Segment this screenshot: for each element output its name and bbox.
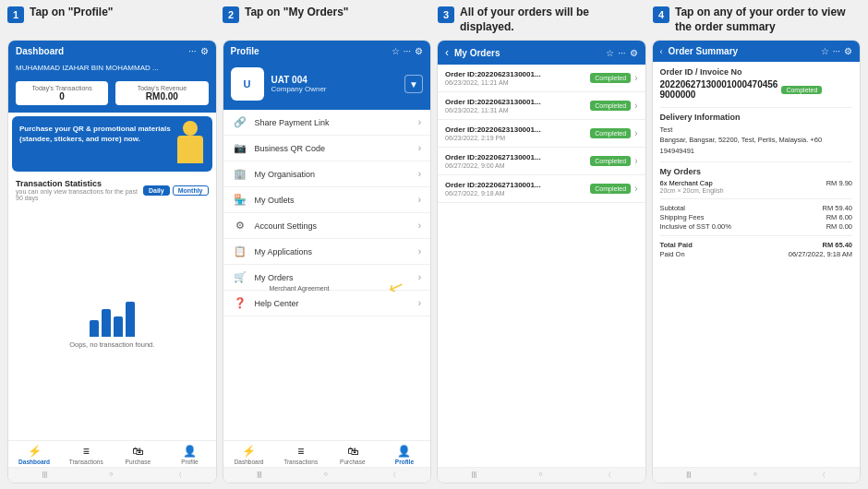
orders-title: My Orders xyxy=(454,48,600,58)
order-chevron-4: › xyxy=(634,156,637,166)
chevron-right-icon-7: › xyxy=(418,272,421,282)
order-id-1: Order ID:20220623130001... xyxy=(445,70,586,78)
divider-2 xyxy=(660,161,853,162)
transactions-stat: Today's Transactions 0 xyxy=(16,81,108,105)
settings-icon-summary[interactable]: ⚙ xyxy=(844,46,852,56)
purchase-nav-label: Purchase xyxy=(126,459,151,465)
orders-list: Order ID:20220623130001... 06/23/2022, 1… xyxy=(438,65,645,467)
bar-2 xyxy=(102,309,111,337)
order-date-1: 06/23/2022, 11:21 AM xyxy=(445,79,586,86)
back-arrow-summary[interactable]: ‹ xyxy=(660,47,663,56)
order-row-1[interactable]: Order ID:20220623130001... 06/23/2022, 1… xyxy=(438,65,645,92)
transactions-nav-label-p: Transactions xyxy=(283,459,318,465)
organisation-label: My Organisation xyxy=(255,170,411,179)
order-row-2[interactable]: Order ID:20220623130001... 06/23/2022, 1… xyxy=(438,92,645,120)
status-bar-1: ||| ○ 〈 xyxy=(8,467,216,483)
nav-profile[interactable]: 👤 Profile xyxy=(163,445,215,465)
dropdown-arrow[interactable]: ▼ xyxy=(404,75,423,93)
status-bar-3: ||| ○ 〈 xyxy=(438,467,645,483)
menu-outlets[interactable]: 🏪 My Outlets › xyxy=(223,187,431,213)
transactions-value: 0 xyxy=(23,91,101,101)
transactions-nav-icon-p: ≡ xyxy=(297,445,304,458)
nav-transactions-p[interactable]: ≡ Transactions xyxy=(275,445,327,465)
promo-banner: Purchase your QR & promotional materials… xyxy=(12,116,212,172)
nav-dashboard-p[interactable]: ⚡ Dashboard xyxy=(223,445,275,465)
menu-help-center[interactable]: ❓ Help Center › Merchant Agreement xyxy=(223,291,431,316)
star-icon[interactable]: ☆ xyxy=(392,46,400,56)
order-date-2: 06/23/2022, 11:31 AM xyxy=(445,107,586,113)
monthly-button[interactable]: Monthly xyxy=(173,185,209,196)
profile-title: Profile xyxy=(231,46,259,56)
order-chevron-1: › xyxy=(634,73,637,83)
star-icon-orders[interactable]: ☆ xyxy=(606,48,614,58)
menu-account-settings[interactable]: ⚙ Account Settings › xyxy=(223,213,431,239)
nav-transactions[interactable]: ≡ Transactions xyxy=(60,445,112,465)
order-line-item: 6x Merchant Cap 20cm × 20cm, English RM … xyxy=(660,179,853,194)
dashboard-username: MUHAMMAD IZAHAR BIN MOHAMMAD ... xyxy=(8,62,216,78)
nav-profile-p[interactable]: 👤 Profile xyxy=(379,445,430,465)
step-3-number: 3 xyxy=(438,6,454,23)
menu-organisation[interactable]: 🏢 My Organisation › xyxy=(223,161,431,187)
order-row-5[interactable]: Order ID:20220627130001... 06/27/2022, 9… xyxy=(438,175,645,203)
promo-figure xyxy=(172,121,209,172)
step-3-header: 3 All of your orders will be displayed. xyxy=(438,6,645,34)
status-bar-right-2: 〈 xyxy=(390,471,396,480)
status-bar-center-4: ○ xyxy=(753,471,757,480)
business-qr-label: Business QR Code xyxy=(255,144,411,153)
order-row-3[interactable]: Order ID:20220623130001... 06/23/2022, 2… xyxy=(438,120,645,148)
more-icon-orders[interactable]: ··· xyxy=(618,48,625,58)
order-row-4[interactable]: Order ID:20220627130001... 06/27/2022, 9… xyxy=(438,148,645,175)
star-icon-summary[interactable]: ☆ xyxy=(821,46,829,56)
menu-business-qr[interactable]: 📷 Business QR Code › xyxy=(223,136,431,161)
settings-icon[interactable]: ⚙ xyxy=(415,46,423,56)
chart-area: Oops, no transaction found. xyxy=(8,203,216,440)
outlets-label: My Outlets xyxy=(255,196,411,205)
menu-share-payment[interactable]: 🔗 Share Payment Link › xyxy=(223,110,431,136)
screen-profile: Profile ☆ ··· ⚙ U UAT 004 Company Owner … xyxy=(223,40,432,483)
back-arrow-icon[interactable]: ‹ xyxy=(445,46,449,59)
purchase-nav-icon-p: 🛍 xyxy=(347,445,358,458)
daily-button[interactable]: Daily xyxy=(143,185,170,196)
status-bar-left: ||| xyxy=(42,471,47,480)
more-icon[interactable]: ··· xyxy=(188,46,196,56)
screen-dashboard: Dashboard ··· ⚙ MUHAMMAD IZAHAR BIN MOHA… xyxy=(7,40,217,483)
more-icon-summary[interactable]: ··· xyxy=(833,46,840,56)
no-transaction-text: Oops, no transaction found. xyxy=(69,340,154,349)
order-item-name: Merchant Cap xyxy=(669,179,713,187)
stats-title: Transaction Statistics xyxy=(16,179,143,188)
order-status-4: Completed xyxy=(590,156,631,166)
menu-applications[interactable]: 📋 My Applications › xyxy=(223,239,431,265)
dashboard-header-icons: ··· ⚙ xyxy=(188,46,208,56)
settings-icon-orders[interactable]: ⚙ xyxy=(630,48,638,58)
purchase-nav-icon: 🛍 xyxy=(132,445,143,458)
chevron-right-icon-6: › xyxy=(418,246,421,256)
shipping-row: Shipping Fees RM 6.00 xyxy=(660,213,853,221)
order-item-size: 20cm × 20cm, English xyxy=(660,187,724,194)
order-id-5: Order ID:20220627130001... xyxy=(445,181,586,189)
profile-header-icons: ☆ ··· ⚙ xyxy=(392,46,423,56)
dashboard-bottom-nav: ⚡ Dashboard ≡ Transactions 🛍 Purchase 👤 … xyxy=(8,440,216,467)
delivery-name: Test xyxy=(660,125,853,135)
order-id-2: Order ID:20220623130001... xyxy=(445,98,586,106)
bar-1 xyxy=(90,320,99,337)
nav-dashboard[interactable]: ⚡ Dashboard xyxy=(8,445,60,465)
status-bar-center-2: ○ xyxy=(324,471,328,480)
dashboard-stats: Today's Transactions 0 Today's Revenue R… xyxy=(8,78,216,113)
chevron-right-icon-3: › xyxy=(418,169,421,179)
share-icon: 🔗 xyxy=(233,116,247,128)
delivery-address: Bangsar, Bangsar, 52200, Test, Perlis, M… xyxy=(660,135,853,156)
paid-on-row: Paid On 06/27/2022, 9:18 AM xyxy=(660,250,853,258)
revenue-stat: Today's Revenue RM0.00 xyxy=(115,81,208,105)
user-avatar: U xyxy=(231,67,264,101)
settings-icon[interactable]: ⚙ xyxy=(200,46,209,56)
order-status-3: Completed xyxy=(590,128,631,138)
status-bar-right: 〈 xyxy=(175,471,182,480)
profile-menu-list: 🔗 Share Payment Link › 📷 Business QR Cod… xyxy=(223,110,431,440)
order-id-number: 202206271300010004704569000000 xyxy=(660,79,778,100)
order-chevron-3: › xyxy=(634,128,637,138)
more-icon[interactable]: ··· xyxy=(404,46,411,56)
nav-purchase[interactable]: 🛍 Purchase xyxy=(112,445,163,465)
nav-purchase-p[interactable]: 🛍 Purchase xyxy=(327,445,379,465)
person-head xyxy=(183,121,198,136)
shipping-label: Shipping Fees xyxy=(660,213,705,221)
